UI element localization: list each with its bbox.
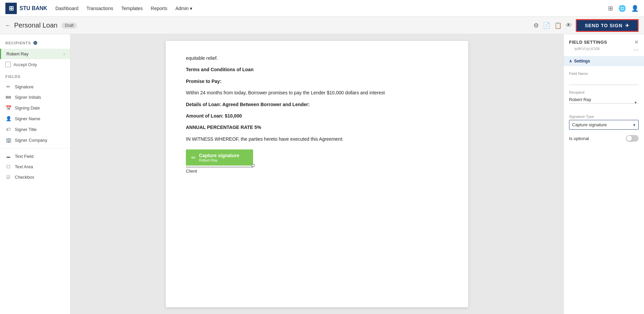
nav-admin[interactable]: Admin ▾ bbox=[175, 6, 193, 11]
toggle-knob bbox=[627, 136, 632, 141]
field-signer-title[interactable]: 🏷 Signer Title bbox=[0, 124, 70, 135]
field-signer-company[interactable]: 🏢 Signer Company bbox=[0, 135, 70, 145]
field-text-area[interactable]: ☐ Text Area bbox=[0, 162, 70, 172]
field-signer-name[interactable]: 👤 Signer Name bbox=[0, 113, 70, 124]
field-settings-panel: FIELD SETTINGS ✕ tp8KVUyLK308 ⋯ ∧ Settin… bbox=[563, 34, 644, 314]
header-actions: ⚙ 📄 📋 👁 SEND TO SIGN ✈ bbox=[533, 19, 639, 32]
send-to-sign-button[interactable]: SEND TO SIGN ✈ bbox=[576, 19, 639, 32]
main-layout: RECIPIENTS ⊕ Robert Ray › Accept Only FI… bbox=[0, 34, 644, 314]
field-signer-initials[interactable]: RR Signer Initials bbox=[0, 92, 70, 102]
field-signing-date-label: Signing Date bbox=[15, 105, 40, 110]
document-page: equitable relief. Terms and Conditions o… bbox=[166, 41, 468, 307]
settings-icon[interactable]: ⚙ bbox=[533, 22, 539, 29]
recipient-item[interactable]: Robert Ray › bbox=[0, 49, 70, 59]
accept-only-item[interactable]: Accept Only bbox=[0, 59, 70, 70]
nav-transactions[interactable]: Transactions bbox=[86, 6, 113, 11]
nav-dashboard[interactable]: Dashboard bbox=[55, 6, 79, 11]
recipient-select-wrap: Robert Ray bbox=[569, 96, 639, 109]
field-signature[interactable]: ✏ Signature bbox=[0, 81, 70, 92]
sig-label: Client bbox=[186, 169, 448, 174]
chevron-up-icon: ∧ bbox=[569, 59, 572, 63]
add-recipient-icon[interactable]: ⊕ bbox=[33, 40, 38, 46]
accept-only-checkbox[interactable] bbox=[5, 62, 11, 67]
signature-block: ✏ Capture signature Robert Ray Client bbox=[186, 149, 448, 174]
field-text-field[interactable]: ▬ Text Field bbox=[0, 151, 70, 162]
page-title: Personal Loan bbox=[14, 21, 57, 29]
resize-handle[interactable] bbox=[252, 164, 254, 167]
back-button[interactable]: ← bbox=[5, 23, 11, 29]
close-button[interactable]: ✕ bbox=[634, 39, 639, 45]
checkbox-icon: ☑ bbox=[5, 175, 11, 180]
signature-field[interactable]: ✏ Capture signature Robert Ray bbox=[186, 149, 253, 166]
field-text-field-label: Text Field bbox=[15, 154, 34, 159]
status-badge: Draft bbox=[62, 23, 77, 29]
calendar-icon: 📅 bbox=[5, 105, 11, 110]
initials-icon: RR bbox=[5, 95, 11, 99]
tag-icon: 🏷 bbox=[5, 127, 11, 132]
recipient-label: Recipient bbox=[569, 90, 639, 94]
field-settings-header: FIELD SETTINGS ✕ bbox=[564, 34, 644, 47]
nav-templates[interactable]: Templates bbox=[121, 6, 143, 11]
optional-toggle[interactable] bbox=[626, 135, 639, 142]
nav-icons: ⊞ 🌐 👤 bbox=[608, 5, 639, 12]
doc-para-8: IN WITNESS WHEREOF, the parties hereto h… bbox=[186, 135, 448, 143]
field-signer-initials-label: Signer Initials bbox=[15, 95, 41, 100]
document-text: equitable relief. Terms and Conditions o… bbox=[186, 54, 448, 143]
field-signer-title-label: Signer Title bbox=[15, 127, 37, 132]
header-bar: ← Personal Loan Draft ⚙ 📄 📋 👁 SEND TO SI… bbox=[0, 17, 644, 34]
top-nav: ⊞ STU BANK Dashboard Transactions Templa… bbox=[0, 0, 644, 17]
document-icon[interactable]: 📄 bbox=[543, 22, 550, 29]
signature-type-select[interactable]: Capture signature Draw signature Type si… bbox=[569, 120, 639, 130]
nav-links: Dashboard Transactions Templates Reports… bbox=[55, 6, 608, 11]
field-name-input[interactable] bbox=[569, 77, 639, 85]
more-options-icon[interactable]: ⋯ bbox=[633, 47, 639, 53]
textarea-icon: ☐ bbox=[5, 164, 11, 169]
recipient-name: Robert Ray bbox=[6, 51, 29, 56]
field-signer-company-label: Signer Company bbox=[15, 138, 47, 143]
field-name-label: Field Name bbox=[569, 72, 639, 76]
globe-icon[interactable]: 🌐 bbox=[618, 5, 626, 12]
field-settings-title: FIELD SETTINGS bbox=[569, 40, 607, 45]
document-area: equitable relief. Terms and Conditions o… bbox=[71, 34, 563, 314]
recipient-arrow-icon: › bbox=[64, 52, 65, 56]
field-id: tp8KVUyLK308 bbox=[569, 47, 605, 53]
field-checkbox[interactable]: ☑ Checkbox bbox=[0, 172, 70, 182]
document2-icon[interactable]: 📋 bbox=[554, 22, 562, 29]
nav-reports[interactable]: Reports bbox=[151, 6, 167, 11]
field-text-area-label: Text Area bbox=[15, 164, 33, 169]
field-settings-body: Field Name Recipient Robert Ray Signatur… bbox=[564, 66, 644, 147]
sig-field-signer: Robert Ray bbox=[199, 158, 239, 162]
textfield-icon: ▬ bbox=[5, 154, 11, 159]
settings-section-label: Settings bbox=[574, 59, 590, 63]
field-signer-name-label: Signer Name bbox=[15, 116, 40, 121]
doc-para-2: Terms and Conditions of Loan bbox=[186, 66, 448, 73]
doc-para-7: ANNUAL PERCENTAGE RATE 5% bbox=[186, 124, 448, 131]
sig-field-label: Capture signature bbox=[199, 153, 239, 158]
doc-para-5: Details of Loan: Agreed Between Borrower… bbox=[186, 101, 448, 108]
person-icon: 👤 bbox=[5, 116, 11, 121]
building-icon: 🏢 bbox=[5, 137, 11, 143]
sig-pen-icon: ✏ bbox=[191, 154, 196, 161]
logo-icon: ⊞ bbox=[5, 3, 17, 14]
doc-para-4: Within 24 months from today, Borrower pr… bbox=[186, 89, 448, 96]
optional-label: Is optional bbox=[569, 136, 589, 141]
accept-only-label: Accept Only bbox=[13, 62, 37, 67]
logo-text: STU BANK bbox=[19, 5, 47, 11]
chevron-down-icon: ▾ bbox=[190, 6, 192, 11]
eye-icon[interactable]: 👁 bbox=[566, 22, 572, 29]
field-signature-label: Signature bbox=[15, 84, 34, 89]
grid-icon[interactable]: ⊞ bbox=[608, 5, 613, 12]
sidebar-divider bbox=[0, 148, 70, 148]
signature-type-label: Signature Type bbox=[569, 115, 639, 119]
doc-para-6: Amount of Loan: $10,000 bbox=[186, 112, 448, 120]
logo: ⊞ STU BANK bbox=[5, 3, 47, 14]
field-signing-date[interactable]: 📅 Signing Date bbox=[0, 102, 70, 113]
settings-section-header: ∧ Settings bbox=[564, 56, 644, 66]
recipient-select[interactable]: Robert Ray bbox=[569, 96, 639, 104]
user-icon[interactable]: 👤 bbox=[631, 5, 639, 12]
signature-type-select-wrap: Capture signature Draw signature Type si… bbox=[569, 120, 639, 130]
field-checkbox-label: Checkbox bbox=[15, 175, 34, 180]
optional-row: Is optional bbox=[569, 135, 639, 142]
recipients-section-title: RECIPIENTS ⊕ bbox=[0, 34, 70, 49]
signature-icon: ✏ bbox=[5, 84, 11, 89]
